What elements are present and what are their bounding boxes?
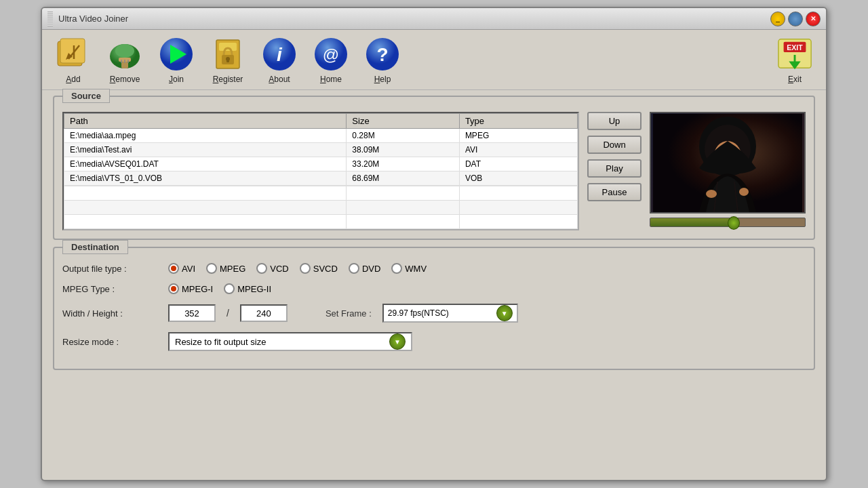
cell-type: VOB xyxy=(459,171,577,186)
radio-avi-circle[interactable] xyxy=(168,263,179,274)
radio-dvd-circle[interactable] xyxy=(349,263,359,274)
cell-size: 68.69M xyxy=(347,171,460,186)
remove-button[interactable]: Remove xyxy=(104,35,145,84)
remove-icon xyxy=(106,35,144,73)
cell-type: DAT xyxy=(459,157,577,171)
resize-dropdown-btn[interactable]: ▼ xyxy=(389,333,406,350)
radio-svcd-label: SVCD xyxy=(313,264,338,274)
window-title: Ultra Video Joiner xyxy=(58,14,770,24)
col-header-path: Path xyxy=(64,114,347,129)
join-icon xyxy=(157,35,195,73)
help-button[interactable]: ? Help xyxy=(362,35,403,84)
title-bar-grip xyxy=(47,12,53,26)
svg-point-41 xyxy=(706,190,717,198)
join-button[interactable]: Join xyxy=(156,35,197,84)
video-frame-svg xyxy=(653,114,802,212)
radio-svcd-circle[interactable] xyxy=(300,263,311,274)
cell-path: E:\media\Test.avi xyxy=(64,143,347,157)
resize-row: Resize mode : Resize to fit output size … xyxy=(62,332,806,351)
source-layout: Path Size Type E:\media\aa.mpeg 0.28M MP… xyxy=(62,112,806,230)
radio-mpeg-ii[interactable]: MPEG-II xyxy=(224,283,271,294)
radio-mpeg-ii-circle[interactable] xyxy=(224,283,235,294)
frame-dropdown-btn[interactable]: ▼ xyxy=(496,305,513,321)
register-icon xyxy=(209,35,247,73)
radio-vcd-circle[interactable] xyxy=(256,263,267,274)
radio-wmv[interactable]: WMV xyxy=(391,263,427,274)
title-buttons: _ ✕ xyxy=(770,12,821,26)
home-icon: @ xyxy=(312,35,350,73)
progress-thumb[interactable] xyxy=(728,216,740,230)
register-label: Register xyxy=(213,75,243,84)
radio-mpeg-ii-label: MPEG-II xyxy=(237,284,271,294)
add-icon xyxy=(54,35,92,73)
file-table: Path Size Type E:\media\aa.mpeg 0.28M MP… xyxy=(64,113,578,186)
video-preview xyxy=(650,112,806,214)
destination-panel: Destination Output file type : AVI MPEG xyxy=(53,247,815,370)
exit-button[interactable]: EXIT Exit xyxy=(774,35,815,84)
title-bar: Ultra Video Joiner _ ✕ xyxy=(42,8,826,30)
output-type-radio-group: AVI MPEG VCD SVCD xyxy=(168,263,427,274)
add-button[interactable]: Add xyxy=(53,35,94,84)
radio-dvd[interactable]: DVD xyxy=(349,263,380,274)
add-label: Add xyxy=(66,75,80,84)
source-panel-title: Source xyxy=(62,89,110,103)
radio-mpeg[interactable]: MPEG xyxy=(206,263,245,274)
frame-label: Set Frame : xyxy=(326,308,372,319)
radio-avi[interactable]: AVI xyxy=(168,263,195,274)
frame-dropdown[interactable]: 29.97 fps(NTSC) ▼ xyxy=(382,304,518,323)
radio-mpeg-i-label: MPEG-I xyxy=(182,284,213,294)
home-button[interactable]: @ Home xyxy=(311,35,351,84)
source-panel-content: Path Size Type E:\media\aa.mpeg 0.28M MP… xyxy=(54,101,814,239)
join-label: Join xyxy=(169,75,184,84)
help-icon: ? xyxy=(363,35,401,73)
col-header-size: Size xyxy=(347,114,460,129)
radio-mpeg-i-circle[interactable] xyxy=(168,283,179,294)
up-button[interactable]: Up xyxy=(587,112,642,130)
cell-path: E:\media\aa.mpeg xyxy=(64,129,347,143)
cell-path: E:\media\AVSEQ01.DAT xyxy=(64,157,347,171)
radio-mpeg-circle[interactable] xyxy=(206,263,217,274)
exit-label: Exit xyxy=(788,75,802,84)
height-input[interactable] xyxy=(240,304,288,322)
progress-bar[interactable] xyxy=(650,218,806,227)
maximize-button[interactable] xyxy=(788,12,803,26)
cell-size: 0.28M xyxy=(347,129,460,143)
svg-rect-15 xyxy=(219,43,237,51)
destination-panel-title: Destination xyxy=(62,240,128,254)
radio-dvd-label: DVD xyxy=(362,264,380,274)
frame-dropdown-text: 29.97 fps(NTSC) xyxy=(388,308,496,318)
source-panel: Source Path Size Type xyxy=(53,96,815,240)
toolbar: Add xyxy=(42,30,826,90)
minimize-button[interactable]: _ xyxy=(770,12,785,26)
play-button[interactable]: Play xyxy=(587,159,642,178)
radio-vcd[interactable]: VCD xyxy=(256,263,288,274)
help-label: Help xyxy=(374,75,391,84)
about-icon: i xyxy=(260,35,298,73)
table-row[interactable]: E:\media\AVSEQ01.DAT 33.20M DAT xyxy=(64,157,578,171)
resize-dropdown[interactable]: Resize to fit output size ▼ xyxy=(168,332,412,351)
register-button[interactable]: Register xyxy=(208,35,248,84)
down-button[interactable]: Down xyxy=(587,136,642,154)
table-row[interactable]: E:\media\aa.mpeg 0.28M MPEG xyxy=(64,129,578,143)
radio-avi-label: AVI xyxy=(182,264,195,274)
slash: / xyxy=(226,308,229,319)
radio-svcd[interactable]: SVCD xyxy=(300,263,338,274)
radio-wmv-circle[interactable] xyxy=(391,263,402,274)
radio-mpeg-i[interactable]: MPEG-I xyxy=(168,283,213,294)
table-row[interactable]: E:\media\Test.avi 38.09M AVI xyxy=(64,143,578,157)
cell-size: 33.20M xyxy=(347,157,460,171)
table-row[interactable]: E:\media\VTS_01_0.VOB 68.69M VOB xyxy=(64,171,578,186)
svg-rect-18 xyxy=(226,59,229,62)
main-window: Ultra Video Joiner _ ✕ Add xyxy=(41,7,827,481)
close-button[interactable]: ✕ xyxy=(806,12,821,26)
file-table-container: Path Size Type E:\media\aa.mpeg 0.28M MP… xyxy=(62,112,579,230)
width-input[interactable] xyxy=(168,304,216,322)
mpeg-type-radio-group: MPEG-I MPEG-II xyxy=(168,283,271,294)
pause-button[interactable]: Pause xyxy=(587,183,642,201)
wh-label: Width / Height : xyxy=(62,308,157,319)
about-button[interactable]: i About xyxy=(259,35,300,84)
destination-panel-content: Output file type : AVI MPEG VCD xyxy=(54,252,814,369)
preview-area xyxy=(650,112,806,227)
svg-point-42 xyxy=(739,188,749,196)
cell-type: AVI xyxy=(459,143,577,157)
